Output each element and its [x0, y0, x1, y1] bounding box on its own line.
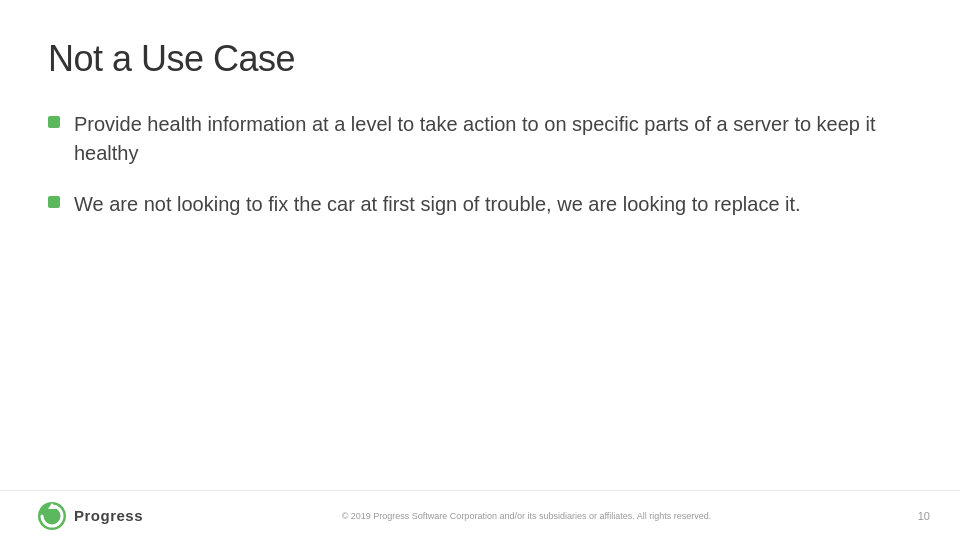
logo-area: Progress — [36, 500, 143, 532]
bullet-item-1: Provide health information at a level to… — [48, 110, 912, 168]
bullet-text-2: We are not looking to fix the car at fir… — [74, 190, 912, 219]
footer: Progress © 2019 Progress Software Corpor… — [0, 490, 960, 540]
bullet-text-1: Provide health information at a level to… — [74, 110, 912, 168]
progress-logo-text: Progress — [74, 507, 143, 524]
bullet-marker-2 — [48, 196, 60, 208]
footer-page-number: 10 — [910, 510, 930, 522]
bullet-marker-1 — [48, 116, 60, 128]
slide: Not a Use Case Provide health informatio… — [0, 0, 960, 540]
footer-copyright: © 2019 Progress Software Corporation and… — [143, 511, 910, 521]
content-area: Not a Use Case Provide health informatio… — [0, 0, 960, 540]
bullet-list: Provide health information at a level to… — [48, 110, 912, 219]
bullet-item-2: We are not looking to fix the car at fir… — [48, 190, 912, 219]
slide-title: Not a Use Case — [48, 38, 912, 80]
progress-logo-icon — [36, 500, 68, 532]
